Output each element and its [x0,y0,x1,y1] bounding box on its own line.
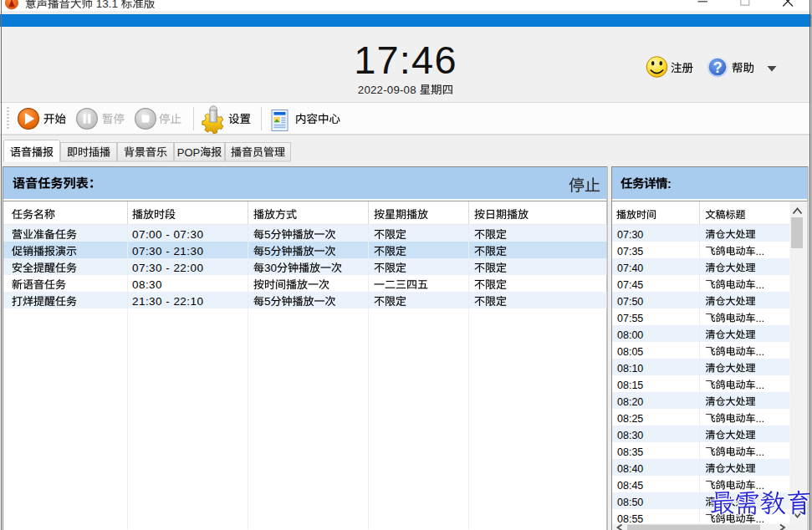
svg-text:07:45: 07:45 [617,279,643,291]
svg-text:22:10: 22:10 [173,295,203,308]
svg-text:...: ... [756,346,764,358]
svg-text:08:15: 08:15 [617,380,643,391]
svg-text:-: - [166,262,170,274]
svg-text:-: - [166,295,170,308]
svg-text:08:30: 08:30 [132,278,162,291]
svg-text:08:30: 08:30 [617,430,643,441]
svg-text:07:40: 07:40 [617,262,643,274]
svg-text:07:30: 07:30 [173,228,203,241]
svg-text:08:20: 08:20 [617,396,643,408]
svg-text:08:45: 08:45 [617,480,643,492]
svg-text:...: ... [756,513,764,525]
svg-text:21:30: 21:30 [173,245,203,257]
svg-text:08:00: 08:00 [617,329,643,341]
svg-text:30: 30 [264,262,277,274]
svg-text:17:46: 17:46 [354,38,457,82]
svg-text:5: 5 [264,245,271,257]
svg-text:07:30: 07:30 [132,262,162,274]
svg-text:07:30: 07:30 [132,245,162,257]
svg-text:08:25: 08:25 [617,413,643,425]
svg-text:07:35: 07:35 [617,246,643,257]
svg-text:5: 5 [264,295,271,308]
svg-text:07:30: 07:30 [617,229,643,241]
svg-text:...: ... [756,413,764,425]
svg-text:-: - [166,245,170,257]
svg-text:...: ... [756,279,764,291]
svg-text:?: ? [713,59,723,76]
svg-text:2022-09-08: 2022-09-08 [358,84,416,96]
svg-text:...: ... [756,380,764,391]
svg-text:13.1: 13.1 [96,0,118,10]
svg-text:08:55: 08:55 [617,513,643,525]
svg-text:08:10: 08:10 [617,363,643,375]
svg-text:08:35: 08:35 [617,446,643,458]
svg-text:...: ... [756,480,764,492]
svg-text:...: ... [756,246,764,257]
svg-text:...: ... [756,313,764,324]
svg-text:5: 5 [264,228,271,241]
svg-text:07:55: 07:55 [617,313,643,324]
svg-text:-: - [166,228,170,241]
svg-text:08:50: 08:50 [617,497,643,508]
svg-text:POP: POP [177,146,200,159]
svg-text::: : [667,177,671,191]
svg-text:...: ... [756,446,764,458]
svg-text:07:00: 07:00 [132,228,162,241]
svg-text:21:30: 21:30 [132,295,162,308]
svg-text:07:50: 07:50 [617,296,643,308]
svg-text:08:40: 08:40 [617,463,643,475]
svg-text:08:05: 08:05 [617,346,643,358]
svg-text:22:00: 22:00 [173,262,203,274]
